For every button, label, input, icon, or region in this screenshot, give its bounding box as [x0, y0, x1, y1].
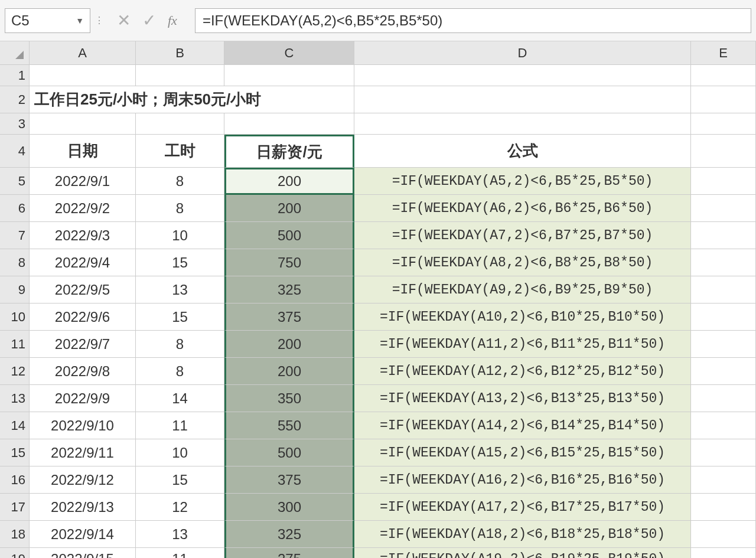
cell-formula[interactable]: =IF(WEEKDAY(A7,2)<6,B7*25,B7*50): [354, 222, 691, 249]
row-header-15[interactable]: 15: [0, 439, 30, 466]
cell-hours[interactable]: 13: [136, 276, 224, 304]
column-header-b[interactable]: B: [136, 41, 224, 65]
cell-formula[interactable]: =IF(WEEKDAY(A9,2)<6,B9*25,B9*50): [354, 276, 691, 304]
cell-d2[interactable]: [354, 86, 691, 113]
cell-formula[interactable]: =IF(WEEKDAY(A12,2)<6,B12*25,B12*50): [354, 358, 691, 385]
header-date[interactable]: 日期: [30, 135, 136, 168]
cell-hours[interactable]: 15: [136, 466, 224, 494]
cell-salary[interactable]: 200: [224, 358, 354, 385]
row-header-7[interactable]: 7: [0, 222, 30, 249]
cell-empty[interactable]: [691, 249, 756, 276]
cell-date[interactable]: 2022/9/3: [30, 222, 136, 249]
header-salary[interactable]: 日薪资/元: [224, 135, 354, 168]
dropdown-arrow-icon[interactable]: ▼: [76, 16, 84, 25]
row-header-10[interactable]: 10: [0, 304, 30, 331]
column-header-a[interactable]: A: [30, 41, 136, 65]
row-header-4[interactable]: 4: [0, 135, 30, 168]
cell-salary[interactable]: 200: [224, 331, 354, 358]
cell-hours[interactable]: 11: [136, 548, 224, 558]
cell-e3[interactable]: [691, 113, 756, 135]
row-header-5[interactable]: 5: [0, 168, 30, 195]
header-formula[interactable]: 公式: [354, 135, 691, 168]
row-header-16[interactable]: 16: [0, 466, 30, 494]
row-header-6[interactable]: 6: [0, 195, 30, 222]
select-all-corner[interactable]: [0, 41, 30, 65]
cell-date[interactable]: 2022/9/14: [30, 521, 136, 548]
cell-date[interactable]: 2022/9/13: [30, 494, 136, 521]
cell-date[interactable]: 2022/9/5: [30, 276, 136, 304]
cell-empty[interactable]: [691, 168, 756, 195]
cell-c1[interactable]: [224, 65, 354, 86]
cell-formula[interactable]: =IF(WEEKDAY(A6,2)<6,B6*25,B6*50): [354, 195, 691, 222]
cell-salary[interactable]: 325: [224, 521, 354, 548]
cell-formula[interactable]: =IF(WEEKDAY(A8,2)<6,B8*25,B8*50): [354, 249, 691, 276]
cell-hours[interactable]: 10: [136, 439, 224, 466]
cell-salary[interactable]: 200: [224, 195, 354, 222]
cell-salary[interactable]: 350: [224, 385, 354, 412]
cell-empty[interactable]: [691, 385, 756, 412]
cell-d1[interactable]: [354, 65, 691, 86]
cell-hours[interactable]: 8: [136, 195, 224, 222]
row-header-2[interactable]: 2: [0, 86, 30, 113]
cell-salary[interactable]: 200: [224, 168, 354, 195]
fx-icon[interactable]: fx: [168, 13, 177, 28]
row-header-11[interactable]: 11: [0, 331, 30, 358]
cell-empty[interactable]: [691, 276, 756, 304]
cell-salary[interactable]: 325: [224, 276, 354, 304]
cell-salary[interactable]: 300: [224, 494, 354, 521]
cell-date[interactable]: 2022/9/7: [30, 331, 136, 358]
cell-empty[interactable]: [691, 195, 756, 222]
cell-empty[interactable]: [691, 548, 756, 558]
cell-formula[interactable]: =IF(WEEKDAY(A19,2)<6,B19*25,B19*50): [354, 548, 691, 558]
cell-empty[interactable]: [691, 412, 756, 439]
cell-date[interactable]: 2022/9/10: [30, 412, 136, 439]
cell-date[interactable]: 2022/9/2: [30, 195, 136, 222]
cell-c3[interactable]: [224, 113, 354, 135]
row-header-13[interactable]: 13: [0, 385, 30, 412]
cell-empty[interactable]: [691, 439, 756, 466]
cell-b1[interactable]: [136, 65, 224, 86]
cell-d3[interactable]: [354, 113, 691, 135]
cell-e4[interactable]: [691, 135, 756, 168]
cell-formula[interactable]: =IF(WEEKDAY(A10,2)<6,B10*25,B10*50): [354, 304, 691, 331]
cell-formula[interactable]: =IF(WEEKDAY(A18,2)<6,B18*25,B18*50): [354, 521, 691, 548]
cell-formula[interactable]: =IF(WEEKDAY(A11,2)<6,B11*25,B11*50): [354, 331, 691, 358]
cell-hours[interactable]: 8: [136, 168, 224, 195]
cell-empty[interactable]: [691, 466, 756, 494]
cell-hours[interactable]: 8: [136, 331, 224, 358]
cell-salary[interactable]: 275: [224, 548, 354, 558]
cell-salary[interactable]: 375: [224, 304, 354, 331]
cell-hours[interactable]: 12: [136, 494, 224, 521]
column-header-c[interactable]: C: [224, 41, 354, 65]
cancel-icon[interactable]: ✕: [117, 11, 131, 30]
cell-date[interactable]: 2022/9/6: [30, 304, 136, 331]
cell-date[interactable]: 2022/9/11: [30, 439, 136, 466]
cell-empty[interactable]: [691, 331, 756, 358]
cell-salary[interactable]: 750: [224, 249, 354, 276]
cell-e2[interactable]: [691, 86, 756, 113]
cell-empty[interactable]: [691, 494, 756, 521]
cell-salary[interactable]: 500: [224, 439, 354, 466]
row-header-19[interactable]: 19: [0, 548, 30, 558]
cell-date[interactable]: 2022/9/15: [30, 548, 136, 558]
formula-input[interactable]: =IF(WEEKDAY(A5,2)<6,B5*25,B5*50): [195, 8, 751, 33]
cell-a1[interactable]: [30, 65, 136, 86]
cell-hours[interactable]: 14: [136, 385, 224, 412]
cell-salary[interactable]: 500: [224, 222, 354, 249]
cell-salary[interactable]: 375: [224, 466, 354, 494]
row-header-17[interactable]: 17: [0, 494, 30, 521]
cell-formula[interactable]: =IF(WEEKDAY(A16,2)<6,B16*25,B16*50): [354, 466, 691, 494]
name-box[interactable]: C5 ▼: [5, 8, 90, 33]
accept-icon[interactable]: ✓: [142, 11, 156, 30]
cell-formula[interactable]: =IF(WEEKDAY(A17,2)<6,B17*25,B17*50): [354, 494, 691, 521]
cell-empty[interactable]: [691, 304, 756, 331]
header-hours[interactable]: 工时: [136, 135, 224, 168]
row-header-18[interactable]: 18: [0, 521, 30, 548]
row-header-14[interactable]: 14: [0, 412, 30, 439]
cell-date[interactable]: 2022/9/8: [30, 358, 136, 385]
cell-empty[interactable]: [691, 521, 756, 548]
cell-formula[interactable]: =IF(WEEKDAY(A14,2)<6,B14*25,B14*50): [354, 412, 691, 439]
cell-formula[interactable]: =IF(WEEKDAY(A5,2)<6,B5*25,B5*50): [354, 168, 691, 195]
cell-b3[interactable]: [136, 113, 224, 135]
cell-hours[interactable]: 15: [136, 304, 224, 331]
